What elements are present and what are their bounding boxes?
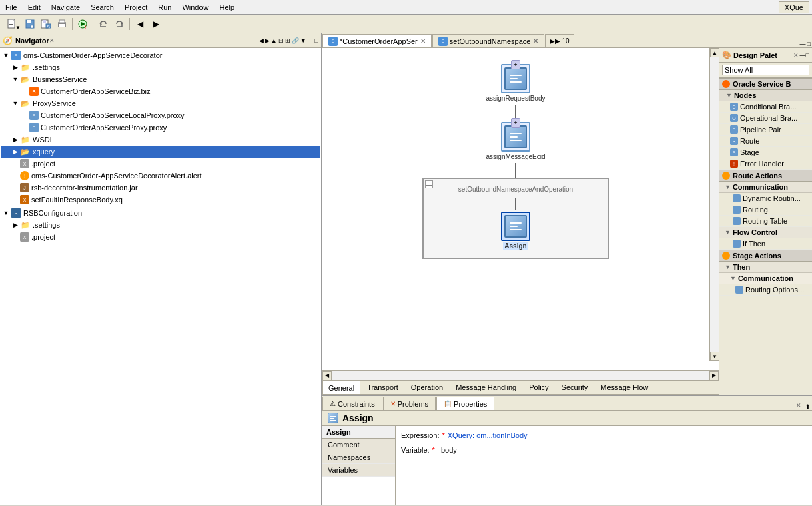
menu-search[interactable]: Search	[85, 2, 119, 13]
nav-max-btn[interactable]: □	[315, 37, 318, 44]
assign-message-ecid-box[interactable]: +	[501, 122, 530, 152]
palette-stage-actions-header[interactable]: Stage Actions	[719, 250, 812, 262]
tree-item[interactable]: P CustomerOrderAppServiceProxy.proxy	[1, 121, 320, 134]
app-title-btn[interactable]: XQue	[779, 1, 809, 13]
nav-min-btn[interactable]: —	[308, 37, 314, 44]
palette-item-stage[interactable]: S Stage	[719, 147, 812, 158]
expand-icon[interactable]: ▶	[11, 222, 20, 228]
toolbar-run-btn[interactable]: !	[75, 17, 90, 31]
nav-fwd-btn[interactable]: ▶	[265, 37, 270, 44]
tree-item[interactable]: P CustomerOrderAppServiceLocalProxy.prox…	[1, 109, 320, 121]
props-sidebar-item-variables[interactable]: Variables	[322, 464, 395, 477]
palette-item-pipeline-pair[interactable]: P Pipeline Pair	[719, 124, 812, 136]
tab-customer-app[interactable]: S *CustomerOrderAppSer ✕	[322, 34, 432, 47]
menu-edit[interactable]: Edit	[23, 2, 46, 13]
nav-collapse-btn[interactable]: ⊟	[278, 37, 284, 44]
palette-max-btn[interactable]: □	[806, 52, 809, 59]
palette-item-routing[interactable]: Routing	[719, 204, 812, 216]
expression-value[interactable]: XQuery: om...tionInBody	[448, 431, 528, 439]
hscroll-left-btn[interactable]: ◀	[322, 371, 332, 381]
toolbar-redo-btn[interactable]	[112, 17, 127, 31]
subtab-close-icon[interactable]: ✕	[795, 401, 803, 410]
nav-link-btn[interactable]: 🔗	[292, 37, 299, 44]
vscroll-down-btn[interactable]: ▼	[710, 352, 719, 361]
palette-item-route[interactable]: R Route	[719, 136, 812, 147]
flow-node-assign-message-ecid[interactable]: +	[486, 122, 546, 160]
flow-node-assign[interactable]: Assign	[501, 212, 530, 250]
tree-item[interactable]: ▶ 📁 .settings	[1, 219, 320, 231]
props-export-btn[interactable]: ⬆	[805, 403, 811, 410]
expand-icon[interactable]: ▼	[11, 100, 20, 107]
palette-item-conditional-bra[interactable]: C Conditional Bra...	[719, 101, 812, 113]
vscroll-up-btn[interactable]: ▲	[710, 48, 719, 57]
toolbar-save-btn[interactable]	[23, 17, 37, 31]
canvas-scroll[interactable]: ▲ ▼ +	[322, 48, 719, 370]
tree-item-xquery[interactable]: ▶ 📂 xquery	[1, 146, 320, 158]
palette-item-if-then[interactable]: If Then	[719, 238, 812, 250]
props-sidebar-item-namespaces[interactable]: Namespaces	[322, 451, 395, 464]
canvas-hscroll[interactable]: ◀ ▶	[322, 370, 719, 380]
tree-item[interactable]: X setFaultInResponseBody.xq	[1, 194, 320, 206]
tree-item[interactable]: ▶ 📁 WSDL	[1, 134, 320, 146]
plus-icon[interactable]: +	[511, 60, 520, 69]
toolbar-print-btn[interactable]	[55, 17, 69, 31]
tab-operation[interactable]: Operation	[405, 381, 449, 394]
expand-icon[interactable]: ▶	[11, 64, 20, 71]
palette-search-input[interactable]	[722, 65, 809, 75]
tree-item[interactable]: X .project	[1, 158, 320, 170]
palette-item-routing-options[interactable]: Routing Options...	[719, 284, 812, 296]
flow-node-assign-request-body[interactable]: +	[486, 64, 546, 102]
tab-message-handling[interactable]: Message Handling	[450, 381, 522, 394]
tree-item[interactable]: ! oms-CustomerOrder-AppServiceDecoratorA…	[1, 170, 320, 182]
palette-communication-header[interactable]: ▼ Communication	[719, 182, 812, 193]
palette-min-btn[interactable]: —	[800, 52, 806, 59]
palette-oracle-label[interactable]: Oracle Service B	[733, 80, 791, 88]
toolbar-nav-fwd-btn[interactable]: ▶	[149, 17, 163, 31]
tab-message-flow[interactable]: Message Flow	[594, 381, 654, 394]
menu-navigate[interactable]: Navigate	[46, 2, 85, 13]
plus-icon2[interactable]: +	[511, 118, 520, 128]
palette-item-error-handler[interactable]: ! Error Handler	[719, 158, 812, 170]
toolbar-saveas-btn[interactable]: A	[39, 17, 53, 31]
expand-icon[interactable]: ▶	[11, 136, 20, 143]
assign-request-body-box[interactable]: +	[501, 64, 530, 93]
menu-help[interactable]: Help	[214, 2, 240, 13]
tree-item[interactable]: ▼ 📂 BusinessService	[1, 73, 320, 85]
palette-item-operational-bra[interactable]: O Operational Bra...	[719, 113, 812, 124]
hscroll-right-btn[interactable]: ▶	[709, 371, 719, 381]
editor-max-btn[interactable]: □	[807, 41, 811, 47]
navigator-tree[interactable]: ▼ P oms-CustomerOrder-AppServiceDecorato…	[0, 48, 321, 505]
subtab-constraints[interactable]: ⚠ Constraints	[322, 397, 382, 410]
tree-item[interactable]: ▼ R RSBConfiguration	[1, 207, 320, 219]
tree-item[interactable]: ▶ 📁 .settings	[1, 61, 320, 73]
tab-general[interactable]: General	[322, 381, 360, 394]
props-sidebar-item-comment[interactable]: Comment	[322, 439, 395, 451]
tab-set-outbound[interactable]: S setOutboundNamespace ✕	[432, 34, 545, 47]
menu-window[interactable]: Window	[177, 2, 214, 13]
palette-flow-control-header[interactable]: ▼ Flow Control	[719, 227, 812, 238]
tree-item[interactable]: ▼ P oms-CustomerOrder-AppServiceDecorato…	[1, 49, 320, 61]
palette-item-routing-table[interactable]: Routing Table	[719, 216, 812, 227]
menu-file[interactable]: File	[0, 2, 23, 13]
menu-run[interactable]: Run	[153, 2, 177, 13]
tree-item[interactable]: J rsb-decorator-instrumentation.jar	[1, 182, 320, 194]
tab-transport[interactable]: Transport	[361, 381, 404, 394]
assign-box-selected[interactable]	[501, 212, 530, 241]
nav-back-btn[interactable]: ◀	[259, 37, 264, 44]
variable-input[interactable]	[438, 445, 504, 455]
subtab-properties[interactable]: 📋 Properties	[436, 397, 494, 410]
toolbar-new-btn[interactable]: ▼	[3, 17, 21, 31]
palette-route-actions-header[interactable]: Route Actions	[719, 170, 812, 182]
tab-policy[interactable]: Policy	[523, 381, 554, 394]
tree-item[interactable]: B CustomerOrderAppServiceBiz.biz	[1, 85, 320, 97]
toolbar-undo-btn[interactable]	[96, 17, 111, 31]
expand-icon[interactable]: ▼	[1, 52, 11, 59]
expand-icon[interactable]: ▶	[11, 148, 20, 155]
nav-expand-btn[interactable]: ⊞	[285, 37, 290, 44]
expand-icon[interactable]: ▼	[11, 76, 20, 83]
tab-close-icon[interactable]: ✕	[420, 37, 426, 45]
menu-project[interactable]: Project	[119, 2, 153, 13]
editor-min-btn[interactable]: —	[800, 41, 806, 47]
tree-item[interactable]: X .project	[1, 231, 320, 243]
palette-then-header[interactable]: ▼ Then	[719, 262, 812, 273]
